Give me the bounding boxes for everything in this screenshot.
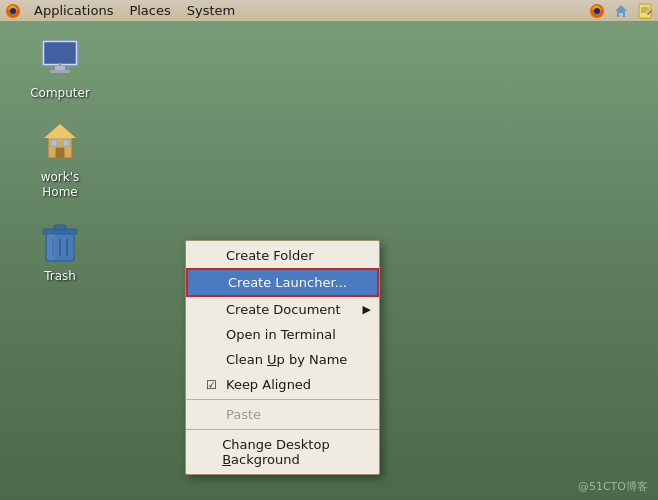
menu-system[interactable]: System (179, 1, 243, 20)
menu-applications[interactable]: Applications (26, 1, 121, 20)
svg-rect-13 (50, 70, 70, 73)
svg-point-14 (59, 63, 62, 66)
trash-icon[interactable]: Trash (20, 213, 100, 289)
svg-marker-16 (44, 124, 76, 138)
svg-point-1 (10, 8, 16, 14)
home-folder-icon[interactable]: work's Home (20, 114, 100, 205)
watermark: @51CTO博客 (578, 479, 648, 494)
clean-up-label: Clean Up by Name (226, 352, 347, 367)
svg-rect-26 (47, 234, 55, 260)
app-logo (4, 2, 22, 20)
menu-separator-2 (186, 429, 379, 430)
trash-label: Trash (44, 269, 76, 285)
home-icon[interactable] (612, 2, 630, 20)
menu-separator (186, 399, 379, 400)
svg-rect-18 (63, 140, 69, 146)
menu-open-terminal[interactable]: Open in Terminal (186, 322, 379, 347)
menu-clean-up[interactable]: Clean Up by Name (186, 347, 379, 372)
menu-places[interactable]: Places (121, 1, 178, 20)
firefox-icon[interactable] (588, 2, 606, 20)
menu-paste[interactable]: Paste (186, 402, 379, 427)
desktop-icons-area: Computer work's Home (20, 30, 100, 288)
menu-keep-aligned[interactable]: ☑ Keep Aligned (186, 372, 379, 397)
menu-change-bg[interactable]: Change Desktop Background (186, 432, 379, 472)
svg-rect-19 (51, 140, 57, 146)
menu-create-document[interactable]: Create Document ▶ (186, 297, 379, 322)
change-bg-label: Change Desktop Background (222, 437, 359, 467)
menu-create-launcher[interactable]: Create Launcher... (186, 268, 379, 297)
computer-label: Computer (30, 86, 90, 102)
computer-icon[interactable]: Computer (20, 30, 100, 106)
svg-rect-11 (45, 43, 75, 63)
check-icon: ☑ (206, 378, 220, 392)
home-label: work's Home (24, 170, 96, 201)
svg-rect-17 (56, 148, 64, 158)
svg-rect-5 (639, 4, 651, 18)
svg-marker-4 (615, 5, 627, 17)
svg-point-3 (594, 8, 600, 14)
svg-rect-22 (54, 225, 66, 230)
menubar-right-icons (588, 2, 654, 20)
menu-create-folder[interactable]: Create Folder (186, 243, 379, 268)
context-menu: Create Folder Create Launcher... Create … (185, 240, 380, 475)
text-editor-icon[interactable] (636, 2, 654, 20)
menubar: Applications Places System (0, 0, 658, 22)
submenu-arrow: ▶ (363, 303, 371, 316)
desktop: Applications Places System (0, 0, 658, 500)
